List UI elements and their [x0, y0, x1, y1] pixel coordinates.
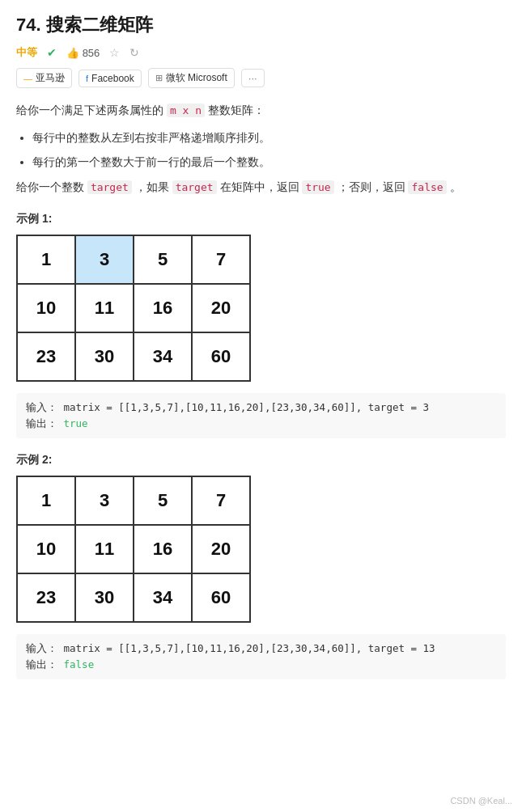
matrix-cell: 3 — [75, 476, 134, 525]
inline-code-target1: target — [87, 180, 132, 194]
matrix-cell: 11 — [75, 284, 134, 332]
example2-output-label: 输出： — [26, 658, 57, 670]
tag-facebook-label: Facebook — [91, 73, 134, 84]
meta-row: 中等 ✔ 👍 856 ☆ ↻ — [16, 45, 506, 60]
example1-matrix: 13571011162023303460 — [16, 235, 251, 382]
matrix-cell: 7 — [192, 476, 250, 525]
inline-code-mn: m x n — [167, 104, 205, 117]
example2-code: 输入： matrix = [[1,3,5,7],[10,11,16,20],[2… — [16, 634, 506, 679]
example1-input-value: matrix = [[1,3,5,7],[10,11,16,20],[23,30… — [64, 401, 430, 413]
matrix-cell: 34 — [134, 573, 192, 622]
facebook-icon: f — [86, 74, 88, 83]
tag-microsoft-label: 微软 Microsoft — [166, 71, 227, 85]
example1-output-label: 输出： — [26, 417, 57, 429]
like-count: 👍 856 — [66, 47, 100, 59]
amazon-icon: — — [23, 74, 32, 83]
bullet-list: 每行中的整数从左到右按非严格递增顺序排列。 每行的第一个整数大于前一行的最后一个… — [32, 129, 506, 172]
matrix-cell: 10 — [17, 525, 75, 573]
difficulty-badge: 中等 — [16, 45, 37, 60]
example2-output-value: false — [64, 658, 95, 670]
example1-title: 示例 1: — [16, 212, 506, 226]
matrix-cell: 10 — [17, 284, 75, 332]
matrix-cell: 30 — [75, 332, 134, 381]
inline-code-true: true — [302, 180, 333, 194]
star-icon[interactable]: ☆ — [109, 46, 120, 59]
inline-code-target2: target — [172, 180, 217, 194]
refresh-icon[interactable]: ↻ — [129, 46, 139, 59]
matrix-cell: 5 — [134, 476, 192, 525]
matrix-cell: 16 — [134, 525, 192, 573]
microsoft-icon: ⊞ — [155, 73, 163, 83]
example2-input-value: matrix = [[1,3,5,7],[10,11,16,20],[23,30… — [64, 642, 435, 654]
matrix-cell: 5 — [134, 235, 192, 284]
matrix-cell: 20 — [192, 525, 250, 573]
target-description: 给你一个整数 target ，如果 target 在矩阵中，返回 true ；否… — [16, 178, 506, 197]
example1-input-label: 输入： — [26, 401, 57, 413]
matrix-cell: 3 — [75, 235, 134, 284]
matrix-cell: 23 — [17, 332, 75, 381]
tag-amazon[interactable]: — 亚马逊 — [16, 68, 72, 88]
inline-code-false: false — [408, 180, 446, 194]
tag-facebook[interactable]: f Facebook — [79, 70, 142, 87]
matrix-cell: 60 — [192, 573, 250, 622]
example1-code: 输入： matrix = [[1,3,5,7],[10,11,16,20],[2… — [16, 393, 506, 438]
example2-matrix: 13571011162023303460 — [16, 476, 251, 623]
example2-input-label: 输入： — [26, 642, 57, 654]
bullet-item-1: 每行中的整数从左到右按非严格递增顺序排列。 — [32, 129, 506, 148]
matrix-cell: 23 — [17, 573, 75, 622]
tags-row: — 亚马逊 f Facebook ⊞ 微软 Microsoft ··· — [16, 68, 506, 88]
page-title: 74. 搜索二维矩阵 — [16, 13, 506, 37]
matrix-cell: 30 — [75, 573, 134, 622]
matrix-cell: 16 — [134, 284, 192, 332]
matrix-cell: 1 — [17, 235, 75, 284]
matrix-cell: 1 — [17, 476, 75, 525]
bullet-item-2: 每行的第一个整数大于前一行的最后一个整数。 — [32, 153, 506, 172]
example1-output-value: true — [64, 417, 88, 429]
example2-title: 示例 2: — [16, 453, 506, 467]
tag-amazon-label: 亚马逊 — [36, 71, 65, 85]
tag-microsoft[interactable]: ⊞ 微软 Microsoft — [148, 68, 235, 88]
matrix-cell: 34 — [134, 332, 192, 381]
matrix-cell: 20 — [192, 284, 250, 332]
tag-more[interactable]: ··· — [241, 69, 265, 87]
matrix-cell: 7 — [192, 235, 250, 284]
matrix-cell: 11 — [75, 525, 134, 573]
matrix-cell: 60 — [192, 332, 250, 381]
check-icon: ✔ — [47, 46, 57, 59]
problem-description: 给你一个满足下述两条属性的 m x n 整数矩阵： — [16, 101, 506, 121]
